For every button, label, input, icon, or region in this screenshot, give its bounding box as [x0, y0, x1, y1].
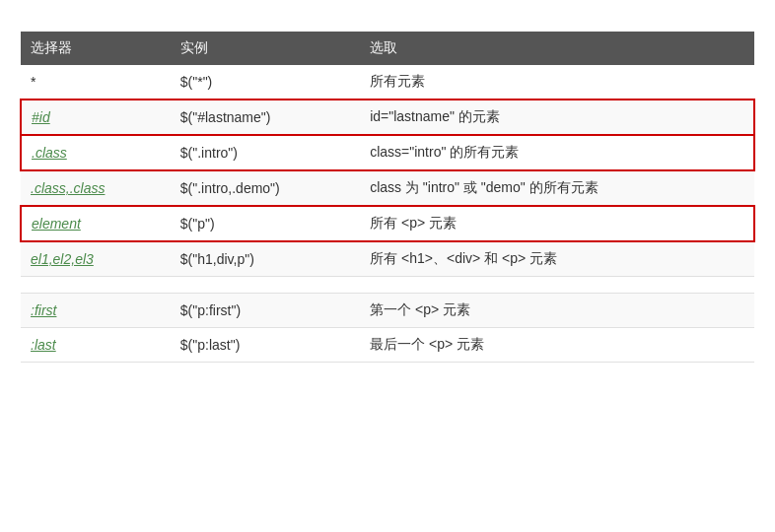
table-header: 选择器 实例 选取	[21, 32, 754, 65]
selector-cell[interactable]: #id	[21, 100, 171, 135]
selector-cell[interactable]: :first	[21, 294, 171, 328]
table-body: *$("*")所有元素#id$("#lastname")id="lastname…	[21, 65, 754, 363]
table-row: :first$("p:first")第一个 <p> 元素	[21, 294, 754, 328]
description-cell: 第一个 <p> 元素	[360, 294, 754, 328]
selector-cell: *	[21, 65, 171, 100]
table-row-empty	[21, 277, 754, 294]
table-row: :last$("p:last")最后一个 <p> 元素	[21, 328, 754, 363]
header-example: 实例	[171, 32, 360, 65]
selector-link[interactable]: element	[32, 216, 81, 232]
table-row: *$("*")所有元素	[21, 65, 754, 100]
table-row: #id$("#lastname")id="lastname" 的元素	[21, 100, 754, 135]
header-selector: 选择器	[21, 32, 171, 65]
table-row: .class$(".intro")class="intro" 的所有元素	[21, 135, 754, 170]
selectors-table: 选择器 实例 选取 *$("*")所有元素#id$("#lastname")id…	[20, 32, 755, 363]
selector-cell[interactable]: :last	[21, 328, 171, 363]
table-row: element$("p")所有 <p> 元素	[21, 206, 754, 241]
example-cell: $("p:last")	[171, 328, 360, 363]
example-cell: $("p")	[171, 206, 360, 241]
description-cell: 所有元素	[360, 65, 754, 100]
description-cell: 所有 <p> 元素	[360, 206, 754, 241]
description-cell: class 为 "intro" 或 "demo" 的所有元素	[360, 170, 754, 206]
selector-link[interactable]: #id	[32, 109, 50, 125]
selector-cell[interactable]: .class	[21, 135, 171, 170]
example-cell: $("#lastname")	[171, 100, 360, 135]
example-cell: $("h1,div,p")	[171, 241, 360, 277]
table-row: .class,.class$(".intro,.demo")class 为 "i…	[21, 170, 754, 206]
example-cell: $(".intro,.demo")	[171, 170, 360, 206]
table-row: el1,el2,el3$("h1,div,p")所有 <h1>、<div> 和 …	[21, 241, 754, 277]
description-cell: 所有 <h1>、<div> 和 <p> 元素	[360, 241, 754, 277]
selector-link[interactable]: :first	[31, 302, 56, 318]
selector-cell[interactable]: el1,el2,el3	[21, 241, 171, 277]
selector-cell[interactable]: element	[21, 206, 171, 241]
selector-link[interactable]: .class	[32, 145, 67, 161]
selector-cell[interactable]: .class,.class	[21, 170, 171, 206]
header-select: 选取	[360, 32, 754, 65]
selector-link[interactable]: :last	[31, 337, 56, 353]
description-cell: id="lastname" 的元素	[360, 100, 754, 135]
selector-link[interactable]: el1,el2,el3	[31, 251, 94, 267]
example-cell: $("p:first")	[171, 294, 360, 328]
selector-link[interactable]: .class,.class	[31, 180, 105, 196]
description-cell: class="intro" 的所有元素	[360, 135, 754, 170]
example-cell: $(".intro")	[171, 135, 360, 170]
example-cell: $("*")	[171, 65, 360, 100]
description-cell: 最后一个 <p> 元素	[360, 328, 754, 363]
